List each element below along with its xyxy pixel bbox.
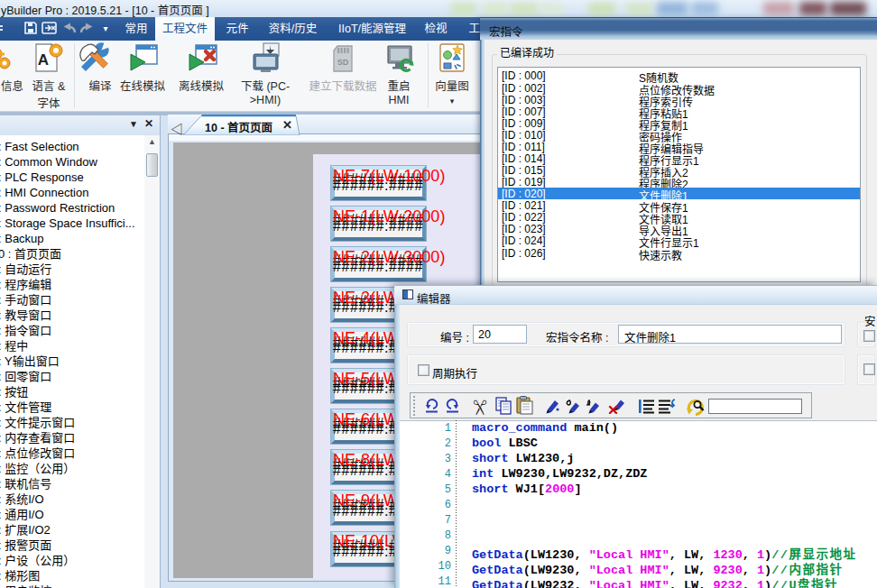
svg-text:A: A [38, 51, 49, 69]
svg-text:SD: SD [337, 58, 349, 67]
